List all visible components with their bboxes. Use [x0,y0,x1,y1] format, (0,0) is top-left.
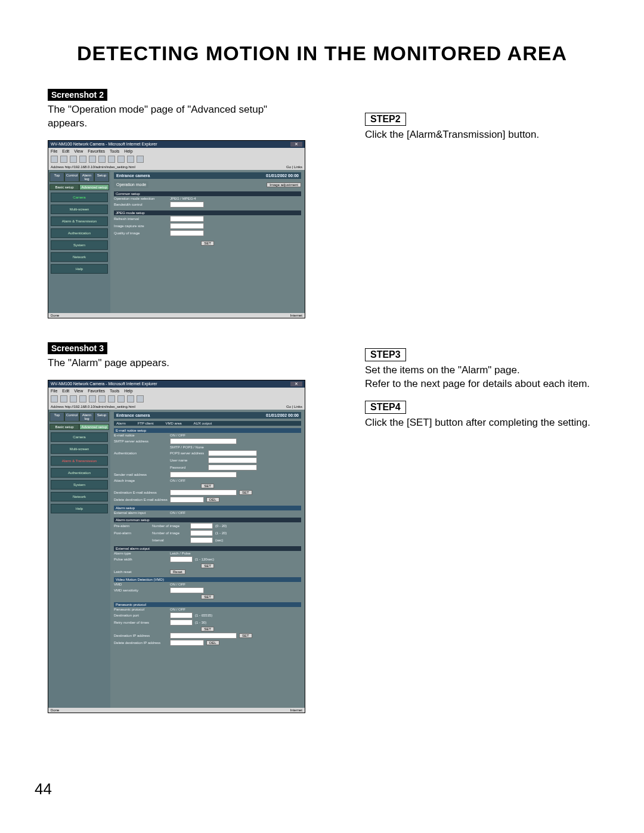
browser-toolbar[interactable] [48,154,305,164]
del-ip-button[interactable]: DEL [206,640,219,645]
tab-ftp[interactable]: FTP client [138,422,154,425]
browser-menubar[interactable]: File Edit View Favorites Tools Help [48,148,305,154]
home-icon[interactable] [89,156,96,163]
menu-view[interactable]: View [74,389,83,393]
tab-control[interactable]: Control [64,172,79,182]
image-adjustment-button[interactable]: Image adjustment [267,182,301,187]
tab-basic-setup[interactable]: Basic setup [49,184,79,190]
mail-icon[interactable] [127,395,134,402]
address-url[interactable]: http://192.168.0.10/admin/index_setting.… [65,405,135,408]
menu-file[interactable]: File [51,389,57,393]
sidebar-item-system[interactable]: System [51,480,108,490]
tab-basic-setup[interactable]: Basic setup [49,424,79,430]
set-button[interactable]: SET [201,627,214,631]
address-url[interactable]: http://192.168.0.10/admin/index_setting.… [65,165,135,169]
close-icon[interactable]: ✕ [290,382,302,386]
browser-toolbar[interactable] [48,394,305,404]
print-icon[interactable] [137,395,144,402]
input-prealarm[interactable] [190,523,213,529]
input-pop3[interactable] [208,450,257,456]
input-postalarm-num[interactable] [190,530,213,536]
input-dest-email[interactable] [170,490,237,496]
input-dest-ip[interactable] [170,633,237,639]
sidebar-item-network[interactable]: Network [51,252,108,262]
del-email-button[interactable]: DEL [206,497,219,502]
set-button[interactable]: SET [201,563,214,568]
sidebar-item-alarm-transmission[interactable]: Alarm & Transmission [51,456,108,466]
menu-help[interactable]: Help [124,389,132,393]
tab-aux[interactable]: AUX output [194,422,212,425]
input-sender[interactable] [170,472,237,478]
input-password[interactable] [208,465,257,470]
sidebar-item-alarm-transmission[interactable]: Alarm & Transmission [51,216,108,226]
favorites-icon[interactable] [108,156,115,163]
set-dest-ip-button[interactable]: SET [239,633,252,638]
set-button[interactable]: SET [201,241,214,246]
history-icon[interactable] [117,395,125,402]
select-refresh[interactable] [170,216,204,222]
select-quality[interactable] [170,230,204,236]
stop-icon[interactable] [70,395,77,402]
forward-icon[interactable] [60,156,67,163]
browser-menubar[interactable]: File Edit View Favorites Tools Help [48,388,305,394]
back-icon[interactable] [51,156,58,163]
set-dest-email-button[interactable]: SET [239,490,252,495]
menu-help[interactable]: Help [124,149,132,153]
sidebar-item-camera[interactable]: Camera [51,193,108,202]
value-email-notice[interactable]: ON / OFF [170,433,185,437]
sidebar-item-system[interactable]: System [51,240,108,250]
menu-edit[interactable]: Edit [62,149,69,153]
tab-top[interactable]: Top [49,172,64,182]
stop-icon[interactable] [70,156,77,163]
print-icon[interactable] [137,156,144,163]
forward-icon[interactable] [60,395,67,402]
back-icon[interactable] [51,395,58,402]
search-icon[interactable] [98,395,106,402]
sidebar-item-help[interactable]: Help [51,504,108,513]
links-button[interactable]: Links [294,405,302,408]
refresh-icon[interactable] [79,395,86,402]
menu-favorites[interactable]: Favorites [88,149,105,153]
sidebar-item-camera[interactable]: Camera [51,432,108,442]
select-vmd-sens[interactable] [170,587,204,593]
select-del-ip[interactable] [170,640,204,646]
tab-vmdarea[interactable]: VMD area [166,422,182,425]
select-bandwidth[interactable] [170,202,204,208]
value-authtype[interactable]: SMTP / POP3 / None [170,445,204,449]
input-postalarm-int[interactable] [190,537,213,543]
tab-advanced-setup[interactable]: Advanced setup [79,424,109,430]
value-ext-alarm[interactable]: ON / OFF [170,511,185,515]
menu-view[interactable]: View [74,149,83,153]
favorites-icon[interactable] [108,395,115,402]
menu-tools[interactable]: Tools [110,389,119,393]
sidebar-item-multiscreen[interactable]: Multi-screen [51,205,108,214]
mail-icon[interactable] [127,156,134,163]
latch-reset-button[interactable]: Reset [170,569,185,574]
select-capsize[interactable] [170,223,204,229]
tab-top[interactable]: Top [49,412,64,422]
home-icon[interactable] [89,395,96,402]
tab-advanced-setup[interactable]: Advanced setup [79,184,109,190]
sidebar-item-multiscreen[interactable]: Multi-screen [51,444,108,454]
tab-setup[interactable]: Setup [94,412,109,422]
go-button[interactable]: Go [286,165,291,169]
input-retry[interactable] [170,620,193,625]
value-alarm-type[interactable]: Latch / Pulse [170,552,191,555]
select-del-email[interactable] [170,497,204,503]
menu-favorites[interactable]: Favorites [88,389,105,393]
tab-alarmlog[interactable]: Alarm log [79,412,94,422]
value-opmode[interactable]: JPEG / MPEG-4 [170,197,196,200]
set-button[interactable]: SET [201,594,214,599]
history-icon[interactable] [117,156,125,163]
go-button[interactable]: Go [286,405,291,408]
tab-alarmlog[interactable]: Alarm log [79,172,94,182]
value-vmd[interactable]: ON / OFF [170,583,185,586]
input-smtp[interactable] [170,438,237,444]
sidebar-item-authentication[interactable]: Authentication [51,468,108,478]
input-username[interactable] [208,457,257,463]
menu-tools[interactable]: Tools [110,149,119,153]
sidebar-item-network[interactable]: Network [51,492,108,501]
links-button[interactable]: Links [294,165,302,169]
value-pprotocol[interactable]: ON / OFF [170,608,185,611]
search-icon[interactable] [98,156,106,163]
